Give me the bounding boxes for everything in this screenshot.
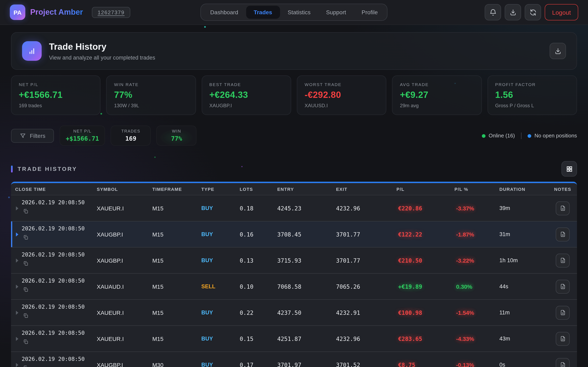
expand-caret-icon[interactable] bbox=[16, 232, 18, 236]
chip-label: WIN bbox=[163, 129, 190, 133]
note-button[interactable] bbox=[556, 201, 570, 215]
type-value: BUY bbox=[201, 362, 240, 367]
table-row[interactable]: 2026.02.19 20:08:50 XAUGBP.I M30 BUY 0.1… bbox=[11, 352, 577, 367]
stat-card: PROFIT FACTOR 1.56 Gross P / Gross L bbox=[487, 75, 577, 115]
copy-icon[interactable] bbox=[23, 339, 85, 345]
exit-value: 7065.26 bbox=[336, 283, 397, 290]
duration-value: 0s bbox=[499, 362, 548, 367]
copy-icon[interactable] bbox=[23, 208, 85, 214]
copy-icon[interactable] bbox=[23, 365, 85, 367]
table-row[interactable]: 2026.02.19 20:08:50 XAUGBP.I M15 BUY 0.1… bbox=[11, 248, 577, 274]
close-time-value: 2026.02.19 20:08:50 bbox=[22, 329, 85, 336]
expand-caret-icon[interactable] bbox=[16, 337, 18, 341]
copy-icon[interactable] bbox=[23, 313, 85, 318]
table-row[interactable]: 2026.02.19 20:08:50 XAUEUR.I M15 BUY 0.1… bbox=[11, 326, 577, 352]
table-row[interactable]: 2026.02.19 20:08:50 XAUEUR.I M15 BUY 0.1… bbox=[11, 195, 577, 221]
col-close-time[interactable]: CLOSE TIME bbox=[15, 187, 97, 192]
stat-label: NET P/L bbox=[19, 82, 93, 87]
symbol-value: XAUEUR.I bbox=[97, 205, 152, 211]
note-button[interactable] bbox=[556, 306, 570, 319]
stat-value: -€292.80 bbox=[305, 90, 379, 100]
table-row[interactable]: 2026.02.19 20:08:50 XAUEUR.I M15 BUY 0.2… bbox=[11, 300, 577, 326]
table-row[interactable]: 2026.02.19 20:08:50 XAUGBP.I M15 BUY 0.1… bbox=[11, 221, 577, 248]
pl-pct-value: -3.22% bbox=[454, 255, 476, 266]
timeframe-value: M15 bbox=[152, 309, 201, 316]
expand-caret-icon[interactable] bbox=[16, 258, 18, 262]
nav-item-statistics[interactable]: Statistics bbox=[280, 6, 318, 19]
stat-sub: Gross P / Gross L bbox=[495, 103, 569, 108]
exit-value: 3701.52 bbox=[336, 361, 397, 367]
note-button[interactable] bbox=[556, 358, 570, 367]
entry-value: 4251.87 bbox=[277, 335, 336, 342]
col-duration[interactable]: DURATION bbox=[499, 187, 548, 192]
pl-pct-value: -1.54% bbox=[454, 307, 476, 318]
col-pl-pct[interactable]: P/L % bbox=[454, 187, 499, 192]
file-icon bbox=[560, 336, 566, 342]
close-time-cell: 2026.02.19 20:08:50 bbox=[15, 221, 97, 247]
expand-caret-icon[interactable] bbox=[16, 363, 18, 367]
symbol-value: XAUEUR.I bbox=[97, 309, 152, 316]
col-timeframe[interactable]: TIMEFRAME bbox=[152, 187, 201, 192]
entry-value: 4245.23 bbox=[277, 205, 336, 211]
timeframe-value: M15 bbox=[152, 205, 201, 211]
file-icon bbox=[560, 309, 566, 316]
export-trades-button[interactable] bbox=[550, 43, 566, 59]
col-type[interactable]: TYPE bbox=[201, 187, 240, 192]
pl-pct-value: -0.13% bbox=[454, 359, 476, 367]
lots-value: 0.17 bbox=[240, 361, 277, 367]
duration-value: 1h 10m bbox=[499, 257, 548, 263]
account-id-badge[interactable]: 12627379 bbox=[92, 7, 130, 18]
table-header-row: CLOSE TIME SYMBOL TIMEFRAME TYPE LOTS EN… bbox=[11, 183, 577, 195]
copy-icon[interactable] bbox=[23, 287, 85, 292]
nav-item-support[interactable]: Support bbox=[318, 6, 354, 19]
pl-pct-value: -3.37% bbox=[454, 202, 476, 214]
expand-caret-icon[interactable] bbox=[16, 310, 18, 315]
page-titles: Trade History View and analyze all your … bbox=[49, 42, 155, 60]
col-exit[interactable]: EXIT bbox=[336, 187, 397, 192]
expand-caret-icon[interactable] bbox=[16, 206, 18, 210]
duration-value: 39m bbox=[499, 205, 548, 211]
download-button[interactable] bbox=[505, 4, 521, 20]
note-button[interactable] bbox=[556, 253, 570, 267]
copy-icon[interactable] bbox=[23, 261, 85, 266]
col-pl[interactable]: P/L bbox=[397, 187, 454, 192]
close-time-cell: 2026.02.19 20:08:50 bbox=[15, 326, 97, 351]
section-title: TRADE HISTORY bbox=[17, 166, 77, 172]
logout-button[interactable]: Logout bbox=[545, 4, 578, 20]
table-body: 2026.02.19 20:08:50 XAUEUR.I M15 BUY 0.1… bbox=[11, 195, 577, 367]
col-symbol[interactable]: SYMBOL bbox=[97, 187, 152, 192]
symbol-value: XAUGBP.I bbox=[97, 231, 152, 238]
top-actions: Logout bbox=[485, 4, 578, 20]
pl-value: €210.50 bbox=[397, 255, 424, 266]
col-lots[interactable]: LOTS bbox=[240, 187, 277, 192]
notifications-button[interactable] bbox=[485, 4, 501, 20]
stat-value: 1.56 bbox=[495, 90, 569, 100]
trade-history-table: CLOSE TIME SYMBOL TIMEFRAME TYPE LOTS EN… bbox=[11, 182, 577, 367]
stat-value: +€9.27 bbox=[400, 90, 474, 100]
nav-item-profile[interactable]: Profile bbox=[354, 6, 385, 19]
note-button[interactable] bbox=[556, 280, 570, 293]
col-notes[interactable]: NOTES bbox=[548, 187, 577, 192]
nav-item-dashboard[interactable]: Dashboard bbox=[203, 6, 246, 19]
filters-button[interactable]: Filters bbox=[11, 129, 54, 142]
decor-dot bbox=[204, 26, 206, 28]
top-bar: PA Project Amber 12627379 Dashboard Trad… bbox=[0, 0, 588, 25]
expand-caret-icon[interactable] bbox=[16, 284, 18, 289]
toolbar: Filters NET P/L +$1566.71 TRADES 169 WIN… bbox=[11, 125, 577, 146]
refresh-button[interactable] bbox=[525, 4, 541, 20]
page-subtitle: View and analyze all your completed trad… bbox=[49, 54, 155, 60]
table-row[interactable]: 2026.02.19 20:08:50 XAUAUD.I M15 SELL 0.… bbox=[11, 274, 577, 300]
pl-pct-value: 0.30% bbox=[454, 281, 474, 292]
lots-value: 0.18 bbox=[240, 205, 277, 211]
col-entry[interactable]: ENTRY bbox=[277, 187, 336, 192]
exit-value: 4232.91 bbox=[336, 309, 397, 316]
filters-label: Filters bbox=[30, 132, 45, 139]
note-button[interactable] bbox=[556, 227, 570, 241]
copy-icon[interactable] bbox=[23, 234, 85, 240]
chip-value: 77% bbox=[163, 135, 190, 142]
note-button[interactable] bbox=[556, 332, 570, 346]
type-value: BUY bbox=[201, 205, 240, 211]
bell-icon bbox=[489, 8, 497, 16]
view-toggle-button[interactable] bbox=[562, 161, 577, 176]
nav-item-trades[interactable]: Trades bbox=[246, 6, 280, 19]
